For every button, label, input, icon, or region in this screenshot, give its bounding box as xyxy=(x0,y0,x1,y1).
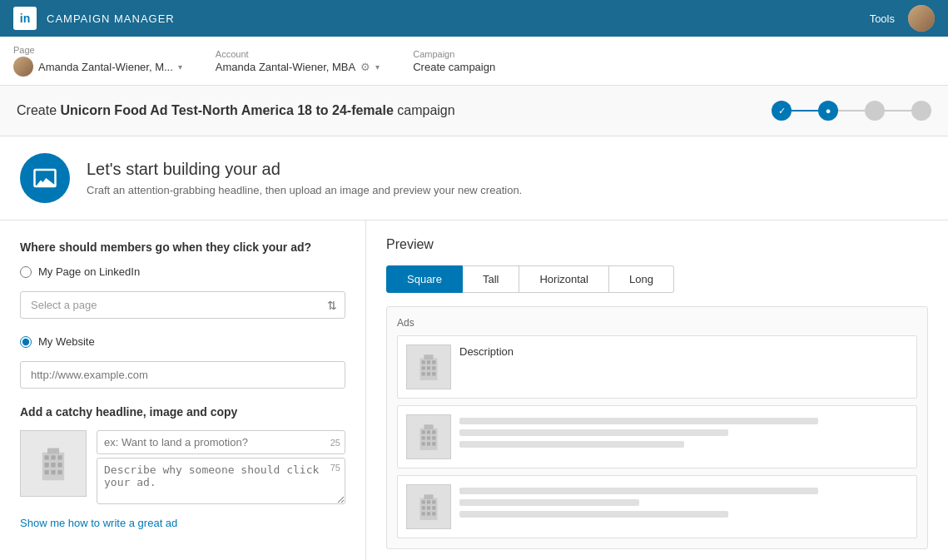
svg-rect-41 xyxy=(427,512,430,515)
ad-description-1: Description xyxy=(459,345,514,358)
campaign-header: Create Unicorn Food Ad Test-North Americ… xyxy=(0,86,948,136)
ad-builder-header: Let's start building your ad Craft an at… xyxy=(0,136,948,221)
website-option-group: My Website xyxy=(20,335,345,348)
ad-thumb-3 xyxy=(406,484,451,529)
linkedin-page-radio[interactable] xyxy=(20,266,32,278)
ad-content-2 xyxy=(459,414,908,448)
campaign-title: Create Unicorn Food Ad Test-North Americ… xyxy=(17,103,455,118)
ad-placeholder-image xyxy=(20,430,87,497)
svg-rect-14 xyxy=(432,360,435,364)
step-2: ● xyxy=(818,101,838,121)
step-line-2 xyxy=(838,110,865,112)
svg-rect-25 xyxy=(432,430,435,434)
ad-card-3 xyxy=(397,475,917,538)
campaign-suffix: campaign xyxy=(394,103,455,117)
destination-options: My Page on LinkedIn xyxy=(20,265,345,278)
headline-input-wrapper: 25 xyxy=(97,430,345,454)
svg-rect-5 xyxy=(51,463,55,467)
breadcrumb-page: Page Amanda Zantal-Wiener, M... ▾ xyxy=(13,45,182,77)
svg-rect-24 xyxy=(427,430,430,434)
destination-section-title: Where should members go when they click … xyxy=(20,240,345,254)
step-3 xyxy=(865,101,885,121)
tools-link[interactable]: Tools xyxy=(870,12,895,25)
page-select-wrapper: Select a page ⇅ xyxy=(20,291,345,319)
tab-horizontal[interactable]: Horizontal xyxy=(519,265,609,293)
my-website-radio[interactable] xyxy=(20,336,32,348)
description-textarea[interactable] xyxy=(97,458,345,504)
campaign-bold: Unicorn Food Ad Test-North America 18 to… xyxy=(60,103,393,117)
ad-building-icon-2 xyxy=(417,422,440,452)
svg-rect-19 xyxy=(427,372,430,375)
ads-label: Ads xyxy=(397,317,917,329)
svg-rect-30 xyxy=(427,442,430,445)
website-url-input[interactable] xyxy=(20,361,345,389)
svg-rect-8 xyxy=(51,470,55,474)
placeholder-lines-2 xyxy=(459,418,908,448)
left-panel: Where should members go when they click … xyxy=(0,221,366,560)
step-4 xyxy=(911,101,931,121)
my-website-option[interactable]: My Website xyxy=(20,335,345,348)
svg-rect-31 xyxy=(432,442,435,445)
step-1: ✓ xyxy=(772,101,792,121)
ad-builder-subtitle: Craft an attention-grabbing headline, th… xyxy=(87,184,522,196)
placeholder-line-2-3 xyxy=(459,441,684,448)
avatar[interactable] xyxy=(908,5,935,32)
image-headline-row: 25 75 xyxy=(20,430,345,507)
svg-rect-6 xyxy=(57,463,62,467)
tab-tall[interactable]: Tall xyxy=(463,265,520,293)
placeholder-line-3-3 xyxy=(459,511,728,518)
svg-rect-7 xyxy=(44,470,48,474)
main-content: Where should members go when they click … xyxy=(0,221,948,560)
svg-rect-39 xyxy=(432,506,435,509)
svg-rect-16 xyxy=(427,366,430,369)
campaign-prefix: Create xyxy=(17,103,60,117)
account-value: Amanda Zantal-Wiener, MBA xyxy=(216,61,355,73)
ad-thumb-1 xyxy=(406,344,451,389)
ad-card-2 xyxy=(397,405,917,468)
desc-wrapper: 75 xyxy=(97,458,345,507)
right-panel: Preview Square Tall Horizontal Long Ads xyxy=(366,221,948,560)
headline-inputs: 25 75 xyxy=(97,430,345,507)
placeholder-lines-3 xyxy=(459,488,908,518)
svg-rect-2 xyxy=(51,455,55,459)
page-chevron-icon: ▾ xyxy=(178,62,182,72)
breadcrumb-campaign: Campaign Create campaign xyxy=(413,49,495,73)
svg-rect-20 xyxy=(432,372,435,375)
svg-rect-35 xyxy=(427,500,430,503)
svg-rect-13 xyxy=(427,360,430,364)
svg-rect-3 xyxy=(57,455,62,459)
placeholder-line-2-2 xyxy=(459,429,728,436)
headline-char-count: 25 xyxy=(330,438,340,448)
ad-preview-container: Ads xyxy=(386,306,928,549)
tab-square[interactable]: Square xyxy=(386,265,463,293)
placeholder-line-2-1 xyxy=(459,418,818,424)
linkedin-page-option[interactable]: My Page on LinkedIn xyxy=(20,265,345,278)
progress-steps: ✓ ● xyxy=(772,101,931,121)
svg-rect-21 xyxy=(424,354,433,359)
tab-long[interactable]: Long xyxy=(609,265,674,293)
my-website-label: My Website xyxy=(38,335,95,348)
help-link[interactable]: Show me how to write a great ad xyxy=(20,517,177,529)
top-nav: in CAMPAIGN MANAGER Tools xyxy=(0,0,948,37)
svg-rect-12 xyxy=(422,360,425,364)
step-line-3 xyxy=(885,110,911,112)
breadcrumb-bar: Page Amanda Zantal-Wiener, M... ▾ Accoun… xyxy=(0,37,948,86)
app-title: CAMPAIGN MANAGER xyxy=(47,12,175,25)
image-icon xyxy=(32,166,57,191)
headline-input[interactable] xyxy=(97,430,345,454)
page-select[interactable]: Select a page xyxy=(20,291,345,319)
svg-rect-32 xyxy=(424,424,433,429)
svg-rect-43 xyxy=(424,494,433,499)
campaign-label: Campaign xyxy=(413,49,495,59)
gear-icon[interactable]: ⚙ xyxy=(360,61,370,73)
step-line-1 xyxy=(792,110,818,112)
ad-card-1: Description xyxy=(397,335,917,399)
ad-builder-title: Let's start building your ad xyxy=(87,160,522,179)
svg-rect-18 xyxy=(422,372,425,375)
breadcrumb-account: Account Amanda Zantal-Wiener, MBA ⚙ ▾ xyxy=(216,49,380,73)
svg-rect-17 xyxy=(432,366,435,369)
svg-rect-29 xyxy=(422,442,425,445)
svg-rect-34 xyxy=(422,500,425,503)
svg-rect-9 xyxy=(57,470,62,474)
svg-rect-10 xyxy=(47,448,59,454)
